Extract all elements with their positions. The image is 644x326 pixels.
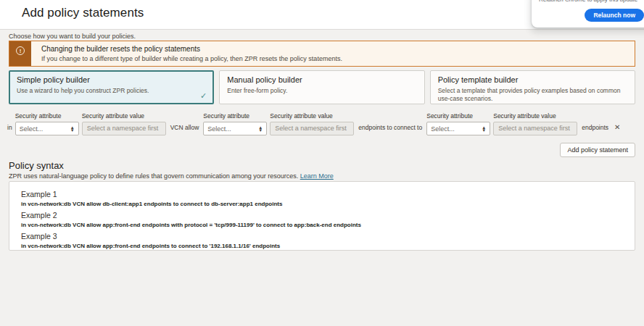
security-attribute-select-3[interactable]: Select... ▲▼: [426, 122, 490, 135]
prefix-in-label: in: [7, 124, 12, 135]
security-attribute-value-label: Security attribute value: [270, 112, 354, 120]
select-placeholder: Select...: [20, 125, 44, 133]
example-statement: in vcn-network:db VCN allow app:front-en…: [21, 222, 623, 228]
select-caret-icon: ▲▼: [482, 126, 486, 132]
card-manual-policy-builder[interactable]: Manual policy builder Enter free-form po…: [219, 70, 424, 104]
select-placeholder: Select...: [207, 125, 231, 133]
example-label: Example 2: [21, 211, 623, 220]
warning-title: Changing the builder resets the policy s…: [41, 45, 342, 53]
security-attribute-group-2: Security attribute Select... ▲▼: [203, 112, 267, 135]
card-description: Select a template that provides policy e…: [438, 87, 627, 103]
warning-description: If you change to a different type of bui…: [41, 55, 342, 62]
connector-endpoints-to-connect-to: endpoints to connect to: [358, 124, 422, 135]
policy-statement-form-row: in Security attribute Select... ▲▼ Secur…: [7, 112, 637, 135]
card-simple-policy-builder[interactable]: Simple policy builder Use a wizard to he…: [9, 70, 214, 104]
add-policy-statement-button[interactable]: Add policy statement: [560, 143, 635, 157]
policy-syntax-description: ZPR uses natural-language policy to defi…: [9, 172, 334, 180]
connector-endpoints: endpoints: [582, 124, 608, 135]
security-attribute-group-3: Security attribute Select... ▲▼: [426, 112, 490, 135]
security-attribute-select-1[interactable]: Select... ▲▼: [15, 122, 79, 135]
relaunch-now-button[interactable]: Relaunch now: [585, 9, 644, 22]
select-caret-icon: ▲▼: [258, 126, 263, 132]
security-attribute-value-label: Security attribute value: [82, 112, 166, 120]
warning-stripe: !: [9, 41, 31, 66]
card-title: Policy template builder: [438, 75, 627, 84]
card-description: Enter free-form policy.: [227, 87, 416, 95]
security-attribute-value-label: Security attribute value: [493, 112, 577, 120]
security-attribute-group-1: Security attribute Select... ▲▼: [15, 112, 79, 135]
chrome-update-message: Relaunch Chrome to apply this update: [539, 0, 644, 3]
card-policy-template-builder[interactable]: Policy template builder Select a templat…: [430, 70, 635, 104]
security-attribute-value-input-3[interactable]: Select a namespace first: [493, 122, 577, 135]
example-statement: in vcn-network:db VCN allow app:front-en…: [21, 243, 623, 249]
security-attribute-value-input-2[interactable]: Select a namespace first: [270, 122, 354, 135]
builder-cards-row: Simple policy builder Use a wizard to he…: [9, 70, 635, 104]
security-attribute-label: Security attribute: [203, 112, 267, 120]
example-label: Example 1: [21, 190, 623, 198]
warning-icon: !: [16, 46, 25, 55]
warning-banner: ! Changing the builder resets the policy…: [9, 41, 635, 67]
security-attribute-label: Security attribute: [426, 112, 490, 120]
security-attribute-value-group-1: Security attribute value Select a namesp…: [82, 112, 166, 135]
warning-body: Changing the builder resets the policy s…: [31, 41, 350, 66]
policy-syntax-description-text: ZPR uses natural-language policy to defi…: [9, 172, 298, 180]
chrome-update-popup: Relaunch Chrome to apply this update Rel…: [532, 0, 644, 28]
select-placeholder: Select...: [431, 125, 455, 133]
remove-statement-icon[interactable]: ✕: [613, 123, 620, 135]
intro-text: Choose how you want to build your polici…: [9, 33, 136, 40]
card-description: Use a wizard to help you construct ZPR p…: [17, 87, 206, 95]
security-attribute-label: Security attribute: [15, 112, 79, 120]
security-attribute-value-input-1[interactable]: Select a namespace first: [82, 122, 166, 135]
example-label: Example 3: [21, 232, 623, 241]
connector-vcn-allow: VCN allow: [170, 124, 199, 135]
security-attribute-select-2[interactable]: Select... ▲▼: [203, 122, 267, 135]
security-attribute-value-group-2: Security attribute value Select a namesp…: [270, 112, 354, 135]
example-statement: in vcn-network:db VCN allow db-client:ap…: [21, 201, 623, 207]
select-caret-icon: ▲▼: [70, 126, 75, 132]
security-attribute-value-group-3: Security attribute value Select a namesp…: [493, 112, 577, 135]
learn-more-link[interactable]: Learn More: [300, 172, 334, 180]
card-title: Manual policy builder: [227, 75, 416, 84]
policy-syntax-heading: Policy syntax: [9, 160, 64, 171]
policy-examples-panel: Example 1 in vcn-network:db VCN allow db…: [9, 181, 635, 251]
card-title: Simple policy builder: [17, 75, 206, 84]
check-icon: ✓: [200, 91, 207, 101]
content-area: Choose how you want to build your polici…: [0, 29, 644, 326]
page-title: Add policy statements: [22, 6, 144, 20]
